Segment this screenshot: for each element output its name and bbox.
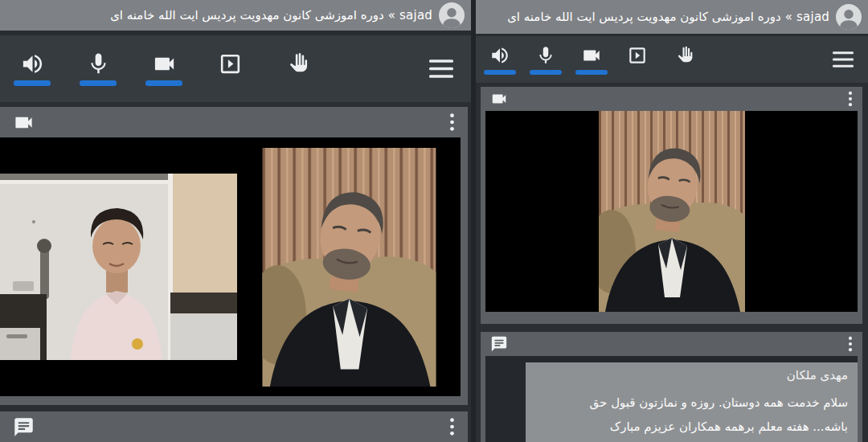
- webcam-button[interactable]: [145, 51, 183, 86]
- webcam-button[interactable]: [574, 45, 609, 75]
- microphone-icon: [86, 51, 111, 76]
- volume-icon: [489, 45, 510, 66]
- webcam-feed-presenter[interactable]: [237, 137, 461, 396]
- chat-messages[interactable]: مهدی ملکان سلام خدمت همه دوستان. روزه و …: [485, 356, 858, 442]
- chat-message-line: سلام خدمت همه دوستان. روزه و نمازتون قبو…: [535, 391, 848, 415]
- slideshow-icon: [627, 45, 648, 66]
- webcam-icon: [13, 112, 35, 133]
- chat-author: مهدی ملکان: [535, 365, 848, 386]
- app-header: sajad » دوره اموزشی کانون مهدویت پردیس ا…: [0, 0, 471, 31]
- microphone-button[interactable]: [79, 51, 117, 86]
- webcam-feed-participant[interactable]: [0, 137, 237, 396]
- presentation-button[interactable]: [620, 45, 655, 75]
- raise-hand-button[interactable]: [665, 45, 701, 75]
- webcams-panel-header: [0, 107, 468, 137]
- webcams-kebab-menu-button[interactable]: [848, 90, 853, 108]
- volume-icon: [20, 51, 45, 76]
- video-area: [485, 111, 858, 312]
- action-bar: [476, 34, 868, 83]
- raise-hand-icon: [673, 45, 694, 66]
- webcams-panel: [481, 87, 862, 324]
- kebab-menu-icon: [848, 90, 853, 108]
- chat-kebab-menu-button[interactable]: [449, 416, 455, 437]
- hamburger-menu-icon: [833, 51, 854, 68]
- person-avatar-icon[interactable]: [836, 4, 862, 30]
- meeting-window-right: sajad » دوره اموزشی کانون مهدویت پردیس ا…: [476, 0, 868, 442]
- chat-panel-header: [481, 332, 862, 356]
- chat-kebab-menu-button[interactable]: [848, 335, 853, 353]
- hamburger-menu-icon: [429, 59, 453, 79]
- meeting-title: sajad » دوره اموزشی کانون مهدویت پردیس ا…: [110, 8, 432, 23]
- webcams-panel: [0, 107, 468, 405]
- kebab-menu-icon: [449, 112, 455, 133]
- meeting-window-left: sajad » دوره اموزشی کانون مهدویت پردیس ا…: [0, 0, 471, 442]
- audio-button[interactable]: [482, 45, 518, 75]
- presentation-button[interactable]: [211, 51, 249, 86]
- chat-panel: مهدی ملکان سلام خدمت همه دوستان. روزه و …: [481, 332, 862, 442]
- app-header: sajad » دوره اموزشی کانون مهدویت پردیس ا…: [476, 0, 868, 34]
- microphone-icon: [535, 45, 556, 66]
- webcam-icon: [152, 51, 177, 76]
- action-bar: [0, 31, 471, 102]
- chat-icon: [490, 335, 508, 353]
- chat-panel-header: [0, 411, 468, 442]
- meeting-title: sajad » دوره اموزشی کانون مهدویت پردیس ا…: [507, 10, 829, 24]
- webcams-kebab-menu-button[interactable]: [449, 112, 455, 133]
- raise-hand-icon: [284, 51, 309, 76]
- options-menu-button[interactable]: [429, 59, 453, 79]
- options-menu-button[interactable]: [833, 51, 854, 68]
- webcam-icon: [490, 90, 508, 108]
- webcams-panel-header: [481, 87, 862, 111]
- webcam-icon: [581, 45, 602, 66]
- video-area: [0, 137, 461, 396]
- microphone-button[interactable]: [528, 45, 563, 75]
- audio-button[interactable]: [13, 51, 51, 86]
- webcam-feed-presenter[interactable]: [599, 111, 745, 312]
- kebab-menu-icon: [449, 416, 455, 437]
- raise-hand-button[interactable]: [276, 51, 315, 86]
- person-avatar-icon[interactable]: [439, 2, 465, 28]
- chat-icon: [13, 416, 35, 438]
- chat-message: مهدی ملکان سلام خدمت همه دوستان. روزه و …: [526, 362, 858, 442]
- kebab-menu-icon: [848, 335, 853, 353]
- chat-message-line: باشه... هفته معلم برهمه همکاران عزیزم مب…: [535, 415, 848, 439]
- chat-panel: [0, 411, 468, 442]
- slideshow-icon: [218, 51, 243, 76]
